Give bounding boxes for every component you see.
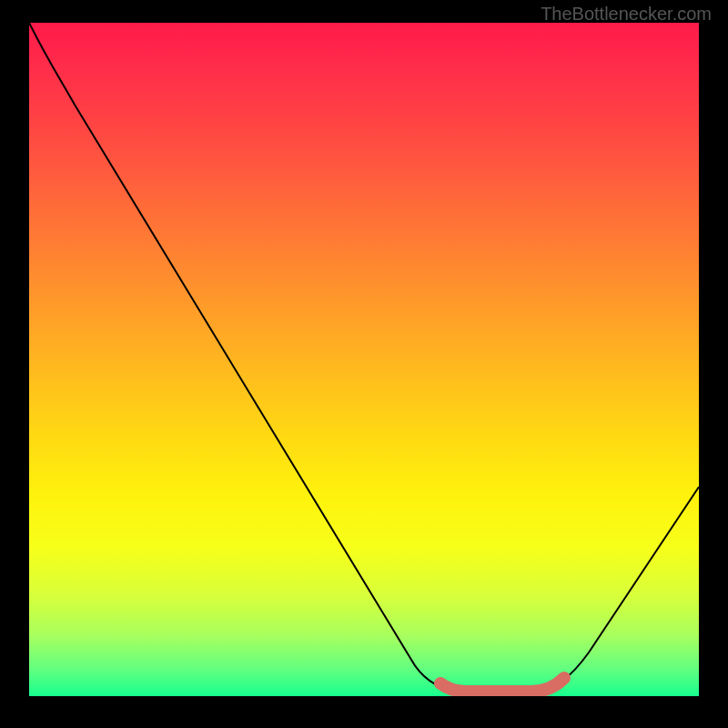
chart-frame [29, 23, 699, 696]
optimal-range-highlight [440, 678, 564, 692]
watermark-text: TheBottlenecker.com [541, 4, 712, 25]
chart-svg [29, 23, 699, 696]
bottleneck-curve [29, 23, 699, 692]
